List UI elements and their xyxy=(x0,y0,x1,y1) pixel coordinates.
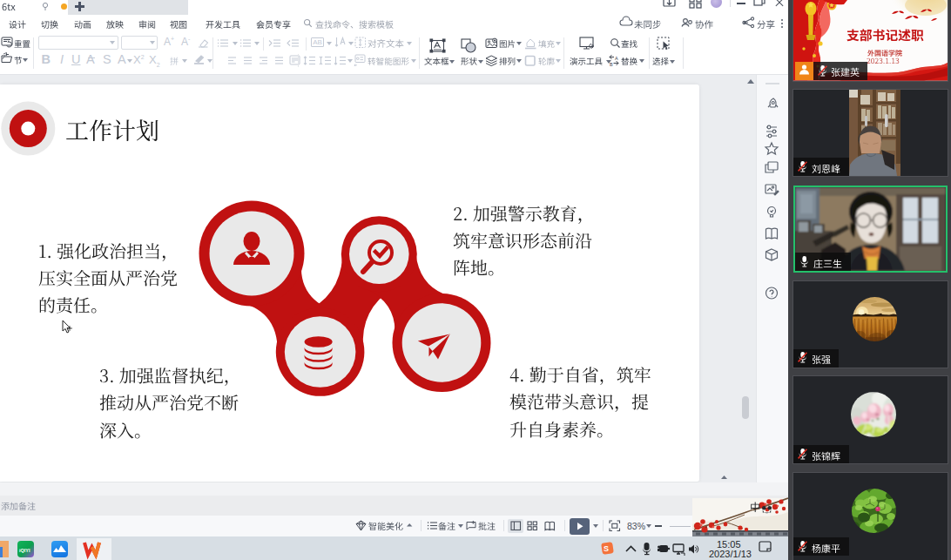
svg-text:B: B xyxy=(610,62,613,67)
svg-text:S: S xyxy=(604,544,609,553)
svg-text:iQIYI: iQIYI xyxy=(19,548,30,553)
svg-text:A: A xyxy=(615,56,618,61)
